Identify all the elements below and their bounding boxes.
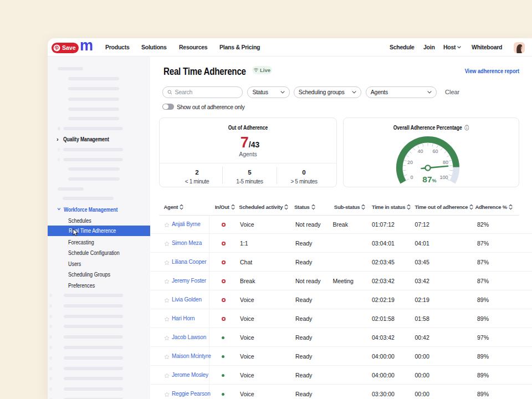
- svg-text:80: 80: [443, 160, 448, 165]
- svg-text:40: 40: [417, 149, 423, 154]
- svg-text:20: 20: [407, 160, 413, 165]
- svg-text:0: 0: [410, 175, 413, 180]
- svg-text:60: 60: [433, 149, 438, 154]
- svg-text:87%: 87%: [422, 175, 436, 184]
- svg-text:100: 100: [439, 175, 448, 180]
